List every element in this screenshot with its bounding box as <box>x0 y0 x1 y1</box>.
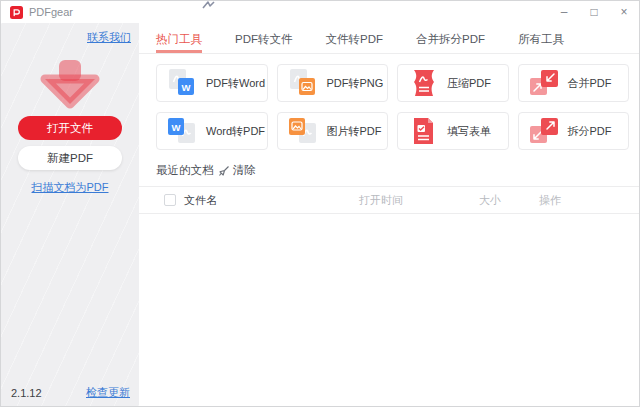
image-to-pdf-icon <box>287 117 319 145</box>
tab-all-tools[interactable]: 所有工具 <box>518 32 564 53</box>
app-window: PDFgear – □ × 联系我们 打开文件 新建PDF 扫描文档为PDF 2… <box>0 0 640 407</box>
tool-card-compress-pdf[interactable]: 压缩PDF <box>397 64 509 102</box>
tool-card-label: 压缩PDF <box>447 76 491 91</box>
pdf-to-word-icon: W <box>166 69 198 97</box>
sidebar-footer: 2.1.12 检查更新 <box>11 385 130 400</box>
tool-card-label: Word转PDF <box>206 124 265 139</box>
app-title: PDFgear <box>29 6 73 18</box>
tool-card-fill-form[interactable]: 填写表单 <box>397 112 509 150</box>
new-pdf-button[interactable]: 新建PDF <box>18 146 122 170</box>
app-body: 联系我们 打开文件 新建PDF 扫描文档为PDF 2.1.12 检查更新 热门工… <box>1 23 639 406</box>
download-arrow-icon <box>34 57 106 115</box>
tool-card-label: 图片转PDF <box>327 124 382 139</box>
scan-to-pdf-link[interactable]: 扫描文档为PDF <box>1 180 139 195</box>
recent-documents-title: 最近的文档 <box>156 163 214 178</box>
contact-us-link[interactable]: 联系我们 <box>87 30 131 45</box>
recent-documents-table-header: 文件名 打开时间 大小 操作 <box>139 186 639 214</box>
maximize-button[interactable]: □ <box>579 1 609 23</box>
open-file-button[interactable]: 打开文件 <box>18 116 122 140</box>
close-button[interactable]: × <box>609 1 639 23</box>
window-controls: – □ × <box>549 1 639 23</box>
tool-card-label: PDF转Word <box>206 76 265 91</box>
tool-card-split-pdf[interactable]: 拆分PDF <box>518 112 630 150</box>
compress-pdf-icon <box>407 69 439 97</box>
clear-recent-button[interactable]: 清除 <box>218 163 256 178</box>
sidebar: 联系我们 打开文件 新建PDF 扫描文档为PDF 2.1.12 检查更新 <box>1 23 139 406</box>
pdf-to-png-icon <box>287 69 319 97</box>
pdfgear-logo-icon <box>10 6 23 19</box>
svg-text:W: W <box>172 122 181 133</box>
column-size: 大小 <box>479 193 539 208</box>
mouse-cursor-artifact <box>201 1 217 9</box>
tool-card-label: 拆分PDF <box>568 124 612 139</box>
broom-icon <box>218 165 230 177</box>
tool-card-label: 填写表单 <box>447 124 491 139</box>
svg-text:W: W <box>182 82 191 93</box>
column-open-time: 打开时间 <box>359 193 479 208</box>
select-all-checkbox[interactable] <box>164 194 176 206</box>
recent-documents-header: 最近的文档 清除 <box>156 163 639 178</box>
tool-card-pdf-to-png[interactable]: PDF转PNG <box>277 64 389 102</box>
tab-merge-split[interactable]: 合并拆分PDF <box>416 32 485 53</box>
column-filename: 文件名 <box>184 193 359 208</box>
tool-card-word-to-pdf[interactable]: W Word转PDF <box>156 112 268 150</box>
merge-pdf-icon <box>528 69 560 97</box>
tool-card-merge-pdf[interactable]: 合并PDF <box>518 64 630 102</box>
tab-hot-tools[interactable]: 热门工具 <box>156 32 202 53</box>
check-update-link[interactable]: 检查更新 <box>86 385 130 400</box>
version-label: 2.1.12 <box>11 387 42 399</box>
column-actions: 操作 <box>539 193 561 208</box>
tool-card-pdf-to-word[interactable]: W PDF转Word <box>156 64 268 102</box>
tool-card-label: PDF转PNG <box>327 76 384 91</box>
clear-recent-label: 清除 <box>233 163 256 178</box>
tab-file-to-pdf[interactable]: 文件转PDF <box>326 32 384 53</box>
main-panel: 热门工具 PDF转文件 文件转PDF 合并拆分PDF 所有工具 W PDF转Wo… <box>139 23 639 406</box>
tool-card-label: 合并PDF <box>568 76 612 91</box>
recent-documents-empty-area <box>139 214 639 407</box>
tool-card-grid: W PDF转Word PDF转PNG <box>156 64 629 150</box>
tool-card-image-to-pdf[interactable]: 图片转PDF <box>277 112 389 150</box>
tab-pdf-to-file[interactable]: PDF转文件 <box>235 32 293 53</box>
split-pdf-icon <box>528 117 560 145</box>
minimize-button[interactable]: – <box>549 1 579 23</box>
fill-form-icon <box>407 117 439 145</box>
title-bar: PDFgear – □ × <box>1 1 639 23</box>
tab-bar: 热门工具 PDF转文件 文件转PDF 合并拆分PDF 所有工具 <box>139 23 639 54</box>
word-to-pdf-icon: W <box>166 117 198 145</box>
